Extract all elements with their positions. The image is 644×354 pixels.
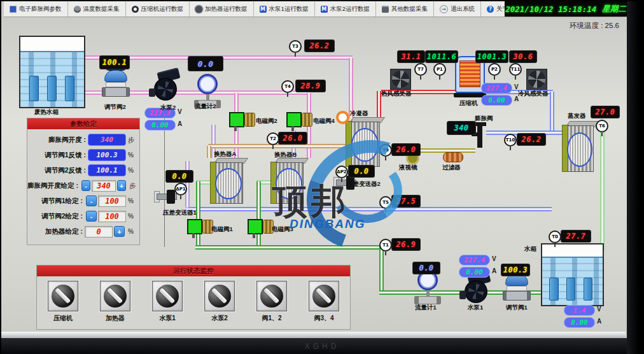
monitor-brand-text: XGHD [305, 342, 340, 351]
display-p2: 1001.3 [475, 50, 508, 63]
knob-icon [208, 285, 231, 308]
ambient-value: 25.6 [605, 22, 619, 29]
amp-unit: A [597, 318, 601, 325]
menu-item-pump1-data[interactable]: M水泵1运行数据 [254, 1, 315, 17]
solenoid-valve3-graphic [248, 218, 273, 238]
status-panel-title: 运行状态监控 [37, 266, 350, 276]
param-row-heater-setpoint: 加热器给定 : 0 + % [27, 225, 136, 237]
menu-item-label: 其他数据采集 [391, 5, 428, 13]
menu-item-heater-data[interactable]: 加热器运行数据 [190, 1, 254, 17]
volt-unit: V [178, 108, 182, 115]
menu-item-temperature-data[interactable]: 温度数据采集 [68, 1, 126, 17]
param-value-valve1-feedback: 100.3 [88, 149, 126, 161]
volt-unit: V [597, 306, 601, 313]
display-flow2: 0.0 [188, 56, 223, 71]
menu-item-compressor-data[interactable]: 压缩机运行数据 [126, 1, 190, 17]
sensor-t5: T5 [379, 196, 392, 209]
monitor-bezel-left [0, 0, 1, 354]
sensor-p1: P1 [433, 63, 446, 76]
label-reg-valve1: 调节阀1 [506, 304, 528, 312]
label-compressor: 压缩机 [459, 99, 478, 108]
label-flow1: 流量计1 [415, 304, 437, 312]
sensor-t6: T6 [596, 120, 608, 132]
label-dp1: 压差变送器1 [163, 209, 197, 217]
param-label: 膨胀阀开度 : [48, 136, 86, 145]
pipe [349, 58, 353, 118]
heater-bar [29, 76, 39, 102]
pump2-switch[interactable] [204, 281, 235, 311]
label-flow2: 流量计2 [195, 103, 216, 111]
label-sol3: 电磁阀3 [272, 225, 293, 234]
param-unit: % [128, 228, 136, 235]
param-label: 调节阀1反馈 : [45, 151, 86, 160]
label-evaporator: 蒸发器 [568, 112, 586, 120]
exp-setpoint-plus-button[interactable]: + [117, 180, 127, 191]
param-unit: % [128, 213, 136, 220]
heater-bar [47, 76, 57, 102]
cold-air-fan-graphic [526, 69, 547, 90]
menu-item-label: 加热器运行数据 [205, 5, 248, 13]
solenoid-valve2-graphic [229, 111, 255, 131]
valves12-switch[interactable] [256, 281, 287, 311]
label-sol2: 电磁阀2 [256, 117, 277, 125]
screen-glare [0, 332, 626, 338]
weekday-text: 星期二 [602, 4, 626, 15]
menu-item-expansion-valve-params[interactable]: 电子膨胀阀参数 [4, 1, 68, 17]
menu-item-label: 电子膨胀阀参数 [19, 5, 62, 13]
knob-icon [156, 285, 179, 308]
valve2-setpoint-minus-button[interactable]: - [86, 211, 97, 222]
gear-icon [195, 6, 202, 13]
datetime-text: 2021/10/12 15:18:14 [505, 4, 596, 14]
evaporator-graphic [562, 121, 594, 172]
pump2-graphic [151, 70, 186, 102]
parameter-panel: 参数给定 膨胀阀开度 : 340 步 调节阀1反馈 : 100.3 % 调节阀2… [27, 118, 140, 245]
compressor-switch[interactable] [48, 281, 78, 311]
menu-item-pump2-data[interactable]: M水泵2运行数据 [315, 1, 376, 17]
menu-item-exit[interactable]: →退出系统 [434, 1, 481, 17]
hmi-screen: 电子膨胀阀参数 温度数据采集 压缩机运行数据 加热器运行数据 M水泵1运行数据 … [1, 0, 627, 338]
pipe [379, 246, 384, 292]
sensor-t10: T10 [504, 134, 517, 146]
display-t2: 26.0 [278, 132, 307, 145]
param-unit: % [128, 167, 136, 174]
exp-setpoint-minus-button[interactable]: - [81, 180, 91, 191]
sensor-t7: T7 [414, 63, 427, 76]
param-value-exp-setpoint[interactable]: 340 [92, 180, 115, 192]
switch-pump2: 水泵2 [204, 281, 235, 323]
param-value-valve2-setpoint[interactable]: 100 [98, 211, 126, 222]
display-expansion-steps: 340 [447, 121, 476, 135]
param-value-valve1-setpoint[interactable]: 100 [98, 195, 126, 207]
pump1-switch[interactable] [152, 281, 183, 311]
label-pump2: 水泵2 [160, 104, 176, 112]
param-label: 膨胀阀开度给定 : [27, 181, 78, 190]
menu-item-label: 退出系统 [451, 5, 475, 13]
menu-item-other-data[interactable]: 其他数据采集 [376, 1, 434, 17]
knob-icon [260, 285, 283, 308]
display-dp1: 0.0 [165, 170, 193, 183]
heater-bar [549, 278, 558, 300]
valves34-switch[interactable] [309, 281, 339, 311]
sensor-t4: T4 [281, 80, 294, 93]
param-unit: % [128, 197, 136, 204]
param-row-valve2-feedback: 调节阀2反馈 : 100.1 % [27, 164, 136, 176]
monitor-bezel-top [0, 0, 644, 1]
sensor-t0: T0 [549, 230, 561, 243]
water-fill [20, 51, 84, 107]
probe-icon [74, 6, 81, 13]
heater-setpoint-plus-button[interactable]: + [114, 226, 125, 237]
compressor-current: 0.00 [481, 95, 512, 106]
heater-switch[interactable] [100, 281, 130, 311]
label-tank: 水箱 [524, 245, 536, 253]
valve1-setpoint-minus-button[interactable]: - [86, 195, 97, 206]
exit-icon: → [440, 5, 448, 13]
switch-valves12: 阀1、2 [256, 281, 287, 323]
pipe [195, 245, 382, 250]
system-clock: 2021/10/12 15:18:14 星期二 [505, 1, 627, 17]
menu-item-label: 温度数据采集 [83, 5, 120, 13]
label-sol1: 电磁阀1 [211, 225, 233, 234]
param-row-valve2-setpoint: 调节阀2给定 : - 100 % [27, 210, 136, 222]
filter-graphic [443, 152, 463, 162]
condenser-graphic [346, 117, 380, 167]
param-value-heater-setpoint[interactable]: 0 [85, 226, 113, 237]
clock-icon [132, 6, 139, 13]
